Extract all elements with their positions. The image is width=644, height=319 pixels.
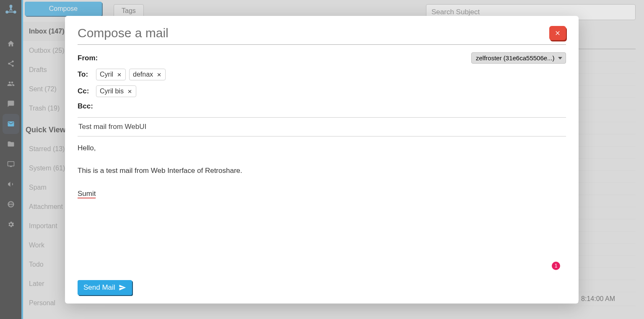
chip-label: defnax: [133, 71, 153, 78]
remove-chip-icon[interactable]: [127, 89, 132, 94]
from-label: From:: [78, 54, 103, 62]
bcc-label: Bcc:: [78, 102, 96, 111]
to-chip[interactable]: defnax: [129, 69, 166, 80]
to-chip[interactable]: Cyril: [96, 69, 126, 80]
paper-plane-icon: [119, 284, 126, 291]
cc-label: Cc:: [78, 87, 96, 95]
from-row: From: zelfroster (31e6ca55506e...): [78, 50, 566, 66]
send-button[interactable]: Send Mail: [78, 280, 132, 295]
chip-label: Cyril: [100, 71, 113, 78]
subject-input[interactable]: [78, 117, 566, 136]
notification-badge: 1: [552, 262, 560, 270]
to-label: To:: [78, 70, 96, 79]
cc-row: Cc: Cyril bis: [78, 83, 566, 100]
remove-chip-icon[interactable]: [156, 72, 162, 77]
remove-chip-icon[interactable]: [117, 72, 122, 77]
body-editor[interactable]: Hello, This is a test mail from Web Inte…: [78, 136, 566, 280]
modal-title: Compose a mail: [78, 26, 169, 40]
body-line: This is a test mail from Web Interface o…: [78, 165, 566, 176]
cc-chip[interactable]: Cyril bis: [96, 85, 136, 97]
close-icon: [554, 30, 561, 36]
signature: Sumit: [78, 190, 96, 198]
compose-modal: Compose a mail From: zelfroster (31e6ca5…: [65, 16, 579, 304]
chip-label: Cyril bis: [100, 87, 124, 95]
send-label: Send Mail: [83, 283, 115, 292]
to-row: To: Cyril defnax: [78, 66, 566, 83]
close-button[interactable]: [549, 26, 566, 40]
bcc-row: Bcc:: [78, 100, 566, 113]
body-line: Hello,: [78, 142, 566, 154]
from-select[interactable]: zelfroster (31e6ca55506e...): [471, 52, 566, 64]
